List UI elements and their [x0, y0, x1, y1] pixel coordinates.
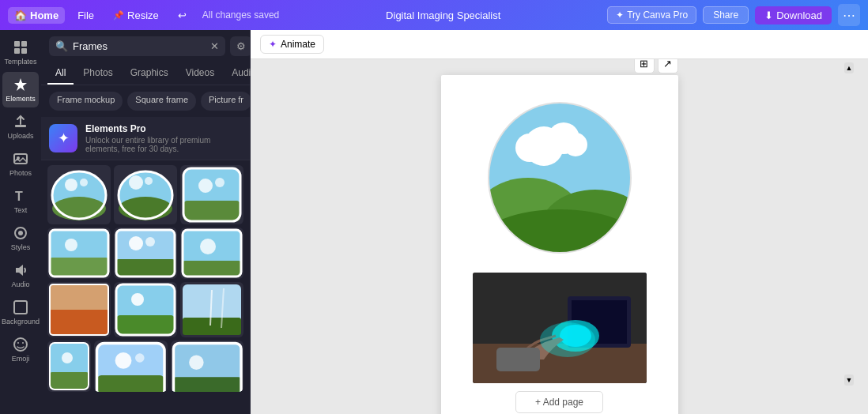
- frame-thumb-3[interactable]: [180, 165, 243, 224]
- home-label: Home: [30, 9, 58, 21]
- share-button[interactable]: Share: [703, 6, 749, 24]
- elements-icon: [13, 77, 28, 92]
- svg-text:T: T: [15, 190, 23, 203]
- svg-rect-55: [50, 372, 89, 390]
- svg-rect-26: [183, 201, 240, 221]
- frame-thumb-12[interactable]: [171, 341, 244, 392]
- canva-pro-button[interactable]: ✦ Try Canva Pro: [607, 6, 696, 24]
- file-label: File: [77, 9, 94, 21]
- resize-button[interactable]: 📌 Resize: [107, 7, 165, 24]
- svg-rect-64: [173, 377, 241, 392]
- svg-point-84: [540, 322, 595, 357]
- search-bar: 🔍 ✕ ⚙: [41, 30, 250, 62]
- svg-point-14: [22, 342, 24, 344]
- thumb-row-2: [47, 228, 243, 279]
- chip-frame-mockup[interactable]: Frame mockup: [49, 92, 123, 111]
- svg-rect-51: [183, 318, 241, 335]
- photos-icon: [13, 151, 28, 167]
- sidebar-item-photos[interactable]: Photos: [2, 146, 39, 182]
- svg-point-24: [145, 177, 153, 185]
- sidebar-item-emoji[interactable]: Emoji: [2, 332, 39, 367]
- chip-square-frame[interactable]: Square frame: [127, 92, 196, 111]
- photo-frame-element[interactable]: [473, 273, 647, 383]
- download-button[interactable]: ⬇ Download: [755, 6, 832, 24]
- svg-point-10: [18, 231, 23, 235]
- download-icon: ⬇: [764, 9, 773, 21]
- animate-bar: ✦ Animate: [251, 30, 868, 59]
- canvas-scroll[interactable]: ▲ ▼ ⊞ ↗: [251, 59, 868, 414]
- animate-label: Animate: [281, 39, 315, 50]
- thumb-row-4: [47, 341, 243, 392]
- elements-pro-icon: ✦: [49, 124, 77, 152]
- tab-all[interactable]: All: [47, 62, 74, 85]
- animate-icon: ✦: [269, 39, 277, 50]
- audio-label: Audio: [11, 280, 29, 288]
- scroll-down-button[interactable]: ▼: [844, 374, 854, 386]
- home-icon: 🏠: [14, 9, 27, 21]
- thumb-row-1: [47, 165, 243, 224]
- sidebar-item-elements[interactable]: Elements: [2, 72, 39, 107]
- frame-thumb-4[interactable]: [47, 228, 111, 279]
- svg-rect-83: [496, 348, 540, 371]
- frame-thumb-11[interactable]: [94, 341, 168, 392]
- tab-graphics[interactable]: Graphics: [123, 62, 176, 85]
- thumb-row-3: [47, 282, 243, 337]
- home-button[interactable]: 🏠 Home: [8, 7, 65, 24]
- svg-rect-44: [50, 310, 108, 335]
- svg-point-12: [14, 338, 27, 351]
- search-filter-button[interactable]: ⚙: [230, 36, 252, 56]
- frame-thumb-2[interactable]: [114, 165, 177, 224]
- canvas-area: ✦ Animate ▲ ▼ ⊞ ↗: [251, 30, 868, 414]
- svg-rect-40: [183, 261, 241, 277]
- add-page-button[interactable]: + Add page: [515, 391, 603, 413]
- panel-tabs: All Photos Graphics Videos Audio: [41, 62, 250, 85]
- sidebar-item-styles[interactable]: Styles: [2, 220, 39, 256]
- chip-picture-frame[interactable]: Picture fr: [201, 92, 250, 111]
- tab-videos[interactable]: Videos: [178, 62, 222, 85]
- svg-point-19: [80, 179, 88, 186]
- tab-photos[interactable]: Photos: [75, 62, 120, 85]
- handshake-visual: [473, 273, 647, 383]
- sidebar-item-background[interactable]: Background: [2, 295, 39, 330]
- canvas-ctrl-share[interactable]: ↗: [658, 59, 678, 73]
- animate-button[interactable]: ✦ Animate: [260, 35, 324, 54]
- saved-status: All changes saved: [202, 9, 279, 21]
- svg-point-66: [189, 356, 204, 371]
- svg-point-38: [145, 237, 155, 247]
- templates-label: Templates: [4, 58, 36, 66]
- frame-thumb-5[interactable]: [114, 228, 177, 279]
- sidebar-item-audio[interactable]: Audio: [2, 258, 39, 293]
- frame-thumb-1[interactable]: [47, 165, 111, 224]
- frame-thumb-7[interactable]: [47, 282, 111, 337]
- frame-thumb-8[interactable]: [114, 282, 177, 337]
- canvas-ctrl-grid[interactable]: ⊞: [634, 59, 655, 73]
- text-icon: T: [13, 188, 28, 204]
- frame-thumb-6[interactable]: [180, 228, 243, 279]
- thumbnails-grid: [41, 160, 250, 414]
- left-panel: 🔍 ✕ ⚙ All Photos Graphics Videos Audio F…: [41, 30, 251, 414]
- sidebar-icons: Templates Elements Uploads Photos T Text…: [0, 30, 41, 414]
- svg-point-37: [129, 236, 143, 250]
- oval-frame-element[interactable]: [481, 91, 639, 265]
- svg-point-13: [17, 342, 19, 344]
- svg-rect-6: [14, 154, 27, 164]
- more-options-button[interactable]: ⋯: [838, 4, 860, 26]
- svg-rect-59: [96, 375, 164, 392]
- frame-thumb-10[interactable]: [47, 341, 91, 392]
- svg-point-16: [52, 197, 106, 220]
- svg-rect-1: [21, 41, 27, 47]
- sidebar-item-text[interactable]: T Text: [2, 183, 39, 219]
- svg-rect-31: [50, 258, 108, 277]
- search-clear-button[interactable]: ✕: [210, 40, 219, 52]
- search-input[interactable]: [73, 40, 206, 52]
- svg-rect-2: [14, 48, 20, 54]
- undo-button[interactable]: ↩: [172, 7, 193, 24]
- scroll-up-button[interactable]: ▲: [844, 62, 854, 73]
- frame-thumb-9[interactable]: [180, 282, 243, 337]
- sidebar-item-uploads[interactable]: Uploads: [2, 109, 39, 145]
- svg-point-72: [564, 133, 587, 156]
- sidebar-item-templates[interactable]: Templates: [2, 35, 39, 70]
- download-label: Download: [776, 9, 822, 21]
- file-button[interactable]: File: [71, 7, 100, 24]
- filter-icon: ⚙: [236, 40, 246, 52]
